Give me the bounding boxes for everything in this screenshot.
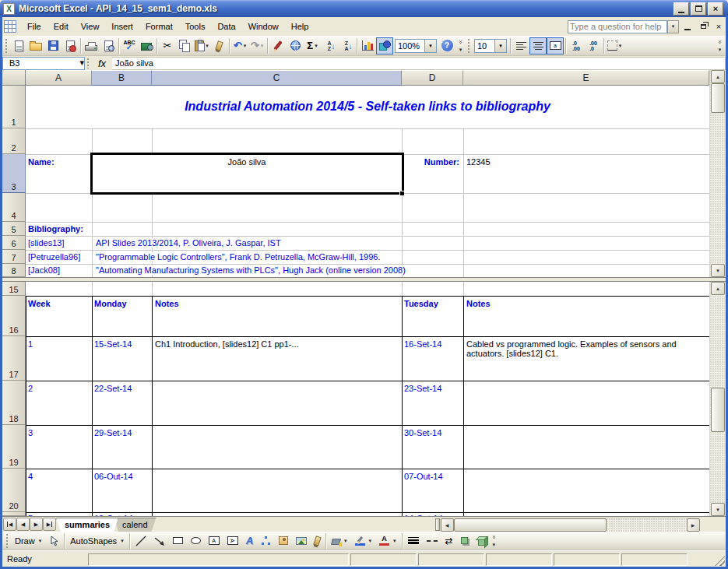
insert-picture-button[interactable] <box>292 533 311 549</box>
bib-text-cell[interactable]: API Slides 2013/2014, P. Oliveira, J. Ga… <box>96 238 283 248</box>
redo-button[interactable]: ↷▾ <box>248 37 266 54</box>
font-color-button[interactable]: A ▾ <box>375 533 400 549</box>
week-cell[interactable]: 1 <box>28 339 33 349</box>
tuesday-date-cell[interactable]: 16-Set-14 <box>404 339 441 349</box>
toolbar-grip[interactable] <box>5 38 9 54</box>
row-header-20[interactable]: 20 <box>2 469 26 512</box>
row-header-18[interactable]: 18 <box>2 381 26 425</box>
wordart-button[interactable]: A <box>242 533 257 549</box>
title-bar[interactable]: X Microsoft Excel - API_14_15_sem1_demo.… <box>0 0 728 17</box>
week-header-cell[interactable]: Week <box>28 299 51 308</box>
bib-key-cell[interactable]: [Petruzella96] <box>28 252 80 262</box>
print-button[interactable] <box>83 37 100 54</box>
tuesday-date-cell[interactable]: 07-Out-14 <box>404 472 443 481</box>
drawing-toolbar-button[interactable] <box>376 37 393 54</box>
monday-date-cell[interactable]: 15-Set-14 <box>94 339 132 349</box>
spelling-button[interactable]: ABC ✓ <box>121 37 138 54</box>
formatting-toolbar-grip[interactable] <box>467 38 471 54</box>
maximize-button[interactable] <box>691 2 706 16</box>
number-label-cell[interactable]: Number: <box>402 157 459 167</box>
menu-help[interactable]: Help <box>285 19 315 33</box>
tab-calend[interactable]: calend <box>114 518 156 532</box>
name-label-cell[interactable]: Name: <box>28 157 55 167</box>
select-all-corner[interactable] <box>2 70 26 86</box>
research-button[interactable] <box>138 37 155 54</box>
tuesday-header-cell[interactable]: Tuesday <box>404 299 438 308</box>
first-sheet-button[interactable]: ◀ <box>3 518 16 531</box>
notes2-header-cell[interactable]: Notes <box>466 299 491 308</box>
column-header-e[interactable]: E <box>463 70 709 86</box>
sheet-bottom-pane[interactable]: 15 16 17 18 19 20 Week Monday Notes Tues… <box>2 282 709 516</box>
increase-decimal-button[interactable]: .0.00 <box>568 37 585 54</box>
decrease-decimal-button[interactable]: .00.0 <box>585 37 602 54</box>
column-header-a[interactable]: A <box>26 70 92 86</box>
close-button[interactable]: × <box>708 2 723 16</box>
permission-button[interactable] <box>62 37 79 54</box>
bib-text-cell[interactable]: "Programmable Logic Controllers", Frank … <box>96 252 382 262</box>
week-cell[interactable]: 3 <box>28 428 33 437</box>
monday-date-cell[interactable]: 06-Out-14 <box>94 472 133 481</box>
font-color-dropdown-icon[interactable]: ▾ <box>393 538 396 544</box>
row-header-8[interactable]: 8 <box>2 264 26 277</box>
undo-dropdown-icon[interactable]: ▾ <box>244 43 247 49</box>
menu-format[interactable]: Format <box>139 19 179 33</box>
borders-button[interactable]: ▾ <box>606 37 623 54</box>
minimize-button[interactable] <box>673 2 689 16</box>
menu-tools[interactable]: Tools <box>179 19 212 33</box>
paste-button[interactable]: ▾ <box>193 37 210 54</box>
zoom-combo[interactable]: 100% ▾ <box>395 39 437 53</box>
last-sheet-button[interactable]: ▶ <box>43 518 56 531</box>
line-color-button[interactable]: ▾ <box>351 533 376 549</box>
sheet-title-cell[interactable]: Industrial Automation 2014/5 - Self-take… <box>26 87 709 126</box>
vertical-text-box-button[interactable]: A <box>223 533 242 549</box>
name-box-dropdown-icon[interactable]: ▾ <box>79 58 84 69</box>
vertical-scrollbar-top[interactable]: ▲ ▼ <box>709 70 725 277</box>
number-value-cell[interactable]: 12345 <box>466 157 491 167</box>
align-left-button[interactable] <box>512 37 529 54</box>
chart-wizard-button[interactable] <box>359 37 376 54</box>
menu-data[interactable]: Data <box>211 19 241 33</box>
sheet-top-pane[interactable]: 1 2 3 4 5 6 7 8 Industrial Automation 20… <box>2 86 709 277</box>
row-header-4[interactable]: 4 <box>2 193 26 222</box>
toolbar-options-button[interactable]: » ▾ <box>455 37 466 54</box>
zoom-dropdown-icon[interactable]: ▾ <box>424 40 436 52</box>
cut-button[interactable]: ✂ <box>159 37 176 54</box>
row-header-15[interactable]: 15 <box>2 282 26 296</box>
center-button[interactable] <box>529 37 547 54</box>
previous-sheet-button[interactable]: ◀ <box>16 518 30 531</box>
bib-key-cell[interactable]: [slides13] <box>28 238 64 248</box>
fill-color-dropdown-icon[interactable]: ▾ <box>344 538 347 544</box>
menu-view[interactable]: View <box>75 19 106 33</box>
week-cell[interactable]: 4 <box>28 472 33 481</box>
bib-text-cell[interactable]: "Automating Manufacturing Systems with P… <box>96 265 408 275</box>
row-header-2[interactable]: 2 <box>2 128 26 154</box>
workbook-minimize-button[interactable] <box>681 20 695 33</box>
row-header-19[interactable]: 19 <box>2 425 26 469</box>
vertical-scroll-thumb[interactable] <box>711 388 725 432</box>
fill-color-button[interactable]: ▾ <box>328 533 351 549</box>
draw-menu-button[interactable]: Draw▾ <box>11 533 45 549</box>
autoshapes-menu-button[interactable]: AutoShapes▾ <box>66 533 127 549</box>
rectangle-tool-button[interactable] <box>169 533 187 549</box>
notes-header-cell[interactable]: Notes <box>155 299 179 308</box>
row-header-17[interactable]: 17 <box>2 336 26 381</box>
line-tool-button[interactable] <box>132 533 150 549</box>
row-header-1[interactable]: 1 <box>2 86 26 128</box>
sort-descending-button[interactable]: ZA ↓ <box>338 37 355 54</box>
autosum-button[interactable]: Σ▾ <box>304 37 321 54</box>
menu-window[interactable]: Window <box>242 19 285 33</box>
new-button[interactable] <box>10 37 27 54</box>
name-box[interactable]: B3 ▾ <box>2 57 85 70</box>
monday-date-cell[interactable]: 22-Set-14 <box>94 384 132 393</box>
menu-edit[interactable]: Edit <box>47 19 75 33</box>
scroll-left-button[interactable]: ◀ <box>441 518 454 532</box>
scroll-down-button[interactable]: ▼ <box>711 503 725 516</box>
tuesday-date-cell[interactable]: 30-Set-14 <box>404 428 441 437</box>
row-header-16[interactable]: 16 <box>2 296 26 336</box>
scroll-down-button[interactable]: ▼ <box>711 264 725 277</box>
scroll-up-button[interactable]: ▲ <box>711 282 725 295</box>
clip-art-button[interactable] <box>275 533 292 549</box>
monday-date-cell[interactable]: 29-Set-14 <box>94 428 132 437</box>
diagram-button[interactable] <box>257 533 275 549</box>
help-button[interactable]: ? <box>438 37 455 54</box>
